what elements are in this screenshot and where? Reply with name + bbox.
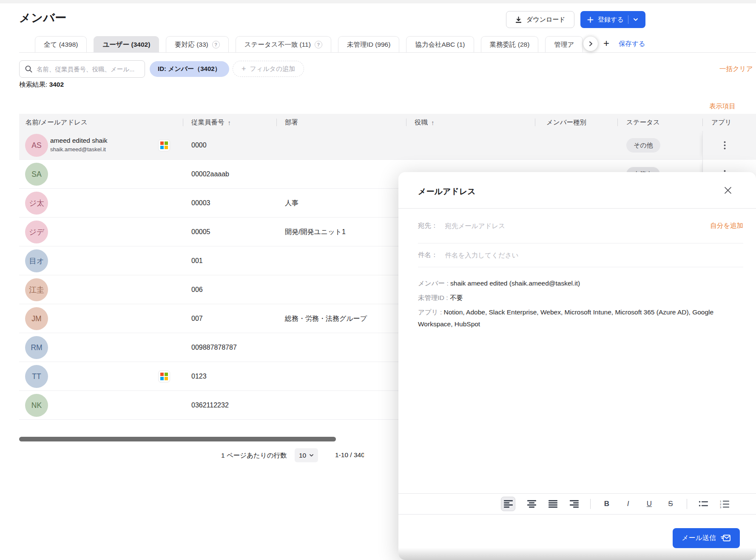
tab-4[interactable]: 未管理ID (996) xyxy=(338,36,400,53)
add-tab-button[interactable]: + xyxy=(603,37,609,49)
rows-per-page-value: 10 xyxy=(299,452,306,459)
body-line-label: メンバー : xyxy=(418,280,450,287)
microsoft-logo-icon[interactable] xyxy=(158,371,170,382)
tab-3[interactable]: ステータス不一致 (11)? xyxy=(236,36,331,53)
avatar: 江圭 xyxy=(25,278,48,301)
avatar: TT xyxy=(25,365,48,388)
numbered-list-button[interactable]: 123 xyxy=(719,499,730,509)
bullet-list-icon xyxy=(699,500,708,508)
tab-label: 全て (4398) xyxy=(44,40,78,49)
column-header-6[interactable]: アプリ xyxy=(711,114,732,131)
to-input[interactable] xyxy=(445,222,703,230)
chevron-down-icon[interactable] xyxy=(633,17,639,23)
help-icon[interactable]: ? xyxy=(315,41,322,48)
pagination-range: 1-10 / 3402 xyxy=(335,451,364,459)
tab-2[interactable]: 要対応 (33)? xyxy=(166,36,228,53)
to-label: 宛先： xyxy=(418,221,438,230)
employee-number: 00003 xyxy=(191,189,210,218)
email-body-editor[interactable]: メンバー : shaik ameed edited (shaik.ameed@t… xyxy=(418,277,716,333)
modal-title: メールアドレス xyxy=(418,186,476,197)
column-header-5[interactable]: ステータス xyxy=(626,114,660,131)
status-badge: その他 xyxy=(626,138,660,153)
search-result-count: 検索結果: 3402 xyxy=(19,80,64,89)
microsoft-logo-icon[interactable] xyxy=(158,139,170,151)
employee-number: 0000 xyxy=(191,131,207,160)
register-button[interactable]: 登録する xyxy=(580,11,645,28)
register-label: 登録する xyxy=(598,16,624,24)
table-row[interactable]: ASameed edited shaikshaik.ameed@taskel.i… xyxy=(19,131,756,160)
column-header-0[interactable]: 名前/メールアドレス xyxy=(26,114,88,131)
close-icon[interactable] xyxy=(723,186,733,195)
richtext-toolbar: BIUS123 xyxy=(398,493,756,515)
tab-7[interactable]: 管理ア xyxy=(545,36,583,53)
employee-number: 0362112232 xyxy=(191,391,229,420)
add-self-link[interactable]: 自分を追加 xyxy=(710,221,743,230)
bold-button[interactable]: B xyxy=(602,499,612,509)
body-line-value: 不要 xyxy=(450,294,463,301)
svg-text:1: 1 xyxy=(720,500,722,503)
avatar: SA xyxy=(25,163,48,186)
tab-label: ステータス不一致 (11) xyxy=(244,40,311,49)
plus-icon: + xyxy=(242,65,246,73)
underline-icon: U xyxy=(647,500,652,508)
email-body-line: アプリ : Notion, Adobe, Slack Enterprise, W… xyxy=(418,306,716,330)
column-label: 名前/メールアドレス xyxy=(26,118,88,127)
horizontal-scrollbar-thumb[interactable] xyxy=(19,437,336,441)
numbered-list-icon: 123 xyxy=(720,500,729,508)
tab-scroll-right-button[interactable] xyxy=(583,37,598,51)
microsoft-logo-squares xyxy=(160,373,168,380)
align-left-button[interactable] xyxy=(501,497,515,511)
body-line-value: shaik ameed edited (shaik.ameed@taskel.i… xyxy=(450,280,580,287)
rows-per-page-select[interactable]: 10 xyxy=(295,448,318,462)
download-button[interactable]: ダウンロード xyxy=(506,11,574,28)
subject-input[interactable] xyxy=(445,252,744,259)
search-box[interactable] xyxy=(19,60,145,78)
align-right-button[interactable] xyxy=(569,499,579,509)
svg-text:2: 2 xyxy=(720,503,722,506)
column-header-2[interactable]: 部署 xyxy=(285,114,298,131)
employee-number: 009887878787 xyxy=(191,333,237,362)
avatar: JM xyxy=(25,307,48,330)
clear-all-filters-link[interactable]: 一括クリア xyxy=(719,65,753,74)
tab-0[interactable]: 全て (4398) xyxy=(35,36,87,53)
column-divider xyxy=(406,119,406,126)
row-menu-kebab-icon[interactable] xyxy=(721,141,728,149)
search-icon xyxy=(25,65,33,73)
strikethrough-button[interactable]: S xyxy=(665,499,676,509)
tab-label: ユーザー (3402) xyxy=(102,40,150,49)
align-center-button[interactable] xyxy=(526,499,537,509)
tab-bar-divider xyxy=(19,52,756,53)
bold-icon: B xyxy=(604,500,609,508)
avatar: RM xyxy=(25,336,48,359)
bullet-list-button[interactable] xyxy=(698,499,708,509)
subject-label: 件名： xyxy=(418,251,438,260)
tab-5[interactable]: 協力会社ABC (1) xyxy=(406,36,474,53)
column-header-4[interactable]: メンバー種別 xyxy=(546,114,586,131)
column-header-3[interactable]: 役職↑ xyxy=(415,114,435,131)
add-filter-button[interactable]: + フィルタの追加 xyxy=(233,61,304,77)
tab-1[interactable]: ユーザー (3402) xyxy=(94,36,159,53)
save-view-link[interactable]: 保存する xyxy=(619,40,645,48)
employee-number: 006 xyxy=(191,275,203,304)
department: 開発/開発ユニット1 xyxy=(285,218,346,246)
body-line-value: Notion, Adobe, Slack Enterprise, Webex, … xyxy=(418,308,713,328)
strikethrough-icon: S xyxy=(668,500,673,508)
tab-6[interactable]: 業務委託 (28) xyxy=(481,36,539,53)
send-mail-button[interactable]: メール送信 xyxy=(673,528,740,548)
employee-number: 001 xyxy=(191,246,203,275)
underline-button[interactable]: U xyxy=(644,499,654,509)
result-count-value: 3402 xyxy=(49,81,64,88)
search-input[interactable] xyxy=(37,66,139,73)
column-label: 部署 xyxy=(285,118,298,127)
filter-chip-id-member[interactable]: ID: メンバー（3402） xyxy=(150,61,229,77)
employee-number: 00002aaaab xyxy=(191,160,229,189)
align-justify-button[interactable] xyxy=(548,499,558,509)
help-icon[interactable]: ? xyxy=(212,41,220,48)
display-columns-link[interactable]: 表示項目 xyxy=(709,102,736,111)
align-justify-icon xyxy=(549,500,557,508)
column-header-1[interactable]: 従業員番号↑ xyxy=(191,114,231,131)
subject-field-row: 件名： xyxy=(418,243,743,267)
italic-button[interactable]: I xyxy=(623,499,633,509)
align-left-icon xyxy=(504,500,513,508)
column-label: メンバー種別 xyxy=(546,118,586,127)
